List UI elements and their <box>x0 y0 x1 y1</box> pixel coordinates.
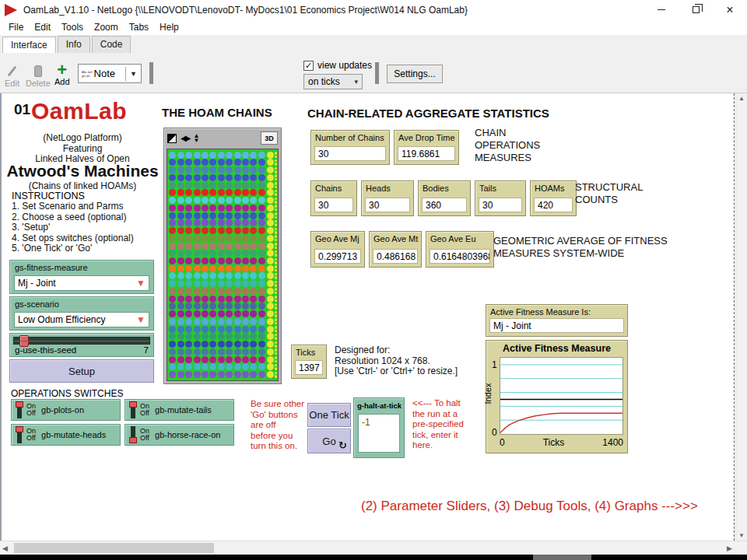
switch-gb-horse-race-on[interactable]: OnOffgb-horse-race-on <box>124 424 234 446</box>
hoam-dot <box>177 257 184 264</box>
monitor-tails: Tails30 <box>475 180 526 216</box>
hoam-dot <box>226 219 233 226</box>
chooser-value-box[interactable]: Mj - Joint ▼ <box>14 275 149 291</box>
close-button[interactable]: × <box>713 0 747 19</box>
hoam-dot <box>234 205 241 212</box>
switch-toggle-icon[interactable] <box>16 426 23 443</box>
world-canvas[interactable] <box>167 149 279 381</box>
scroll-up-icon[interactable]: ▲ <box>736 95 747 102</box>
restore-button[interactable] <box>679 0 713 19</box>
horizontal-arrows-icon[interactable]: ◀▶ <box>181 134 189 142</box>
minimize-button[interactable] <box>644 0 679 19</box>
settings-button[interactable]: Settings... <box>387 65 443 83</box>
chooser-gs-fitness-measure[interactable]: gs-fitness-measure Mj - Joint ▼ <box>9 260 154 294</box>
hoam-dot <box>202 189 209 196</box>
delete-button[interactable]: Delete <box>26 63 51 88</box>
scroll-down-icon[interactable]: ▼ <box>736 532 747 539</box>
hoam-dot <box>209 227 216 234</box>
scroll-right-icon[interactable]: ▶ <box>727 544 732 552</box>
world-heading: THE HOAM CHAINS <box>162 106 272 119</box>
hoam-dot <box>209 197 216 204</box>
hoam-dot <box>194 371 201 378</box>
switch-name: gb-mutate-tails <box>155 405 212 415</box>
hoam-dot <box>169 272 176 279</box>
hoam-dot <box>218 166 225 173</box>
view-3d-button[interactable]: 3D <box>261 131 278 145</box>
hoam-dot <box>258 341 265 348</box>
horizontal-scroll-thumb[interactable] <box>14 543 214 553</box>
hoam-dot <box>209 296 216 303</box>
edit-button[interactable]: Edit <box>5 63 19 88</box>
hoam-dot <box>242 265 249 272</box>
hoam-dot <box>209 356 216 363</box>
chain-terminal-dot <box>267 182 274 189</box>
hoam-dot <box>185 356 192 363</box>
monitor-label: Ticks <box>292 345 326 357</box>
horizontal-scrollbar[interactable]: ◀ ▶ <box>0 541 747 555</box>
hoam-dot <box>177 265 184 272</box>
scroll-left-icon[interactable]: ◀ <box>2 544 8 552</box>
switch-toggle-icon[interactable] <box>129 401 137 418</box>
update-mode-select[interactable]: on ticks ▾ <box>303 74 363 89</box>
chain-row <box>168 257 277 264</box>
menu-item-zoom[interactable]: Zoom <box>89 20 124 34</box>
tab-info[interactable]: Info <box>58 36 90 53</box>
switch-gb-mutate-heads[interactable]: OnOffgb-mutate-heads <box>11 424 121 446</box>
go-button[interactable]: Go ↻ <box>307 429 351 453</box>
tab-interface[interactable]: Interface <box>2 37 56 54</box>
chooser-gs-scenario[interactable]: gs-scenario Low Odum Efficiency ▼ <box>9 296 154 331</box>
menu-item-file[interactable]: File <box>3 20 29 34</box>
hoam-dot <box>209 303 216 310</box>
hoam-dot <box>218 197 225 204</box>
hoam-dot <box>209 182 216 189</box>
chain-row <box>168 326 277 333</box>
hoam-dot <box>242 235 249 242</box>
menu-item-tools[interactable]: Tools <box>56 20 89 34</box>
chain-head-glyph <box>275 341 278 348</box>
hoam-dot <box>209 243 216 250</box>
hoam-dot <box>250 189 257 196</box>
hoam-dot <box>234 296 241 303</box>
hoam-dot <box>169 363 176 370</box>
hoam-dot <box>234 257 241 264</box>
menu-item-help[interactable]: Help <box>154 20 184 34</box>
chain-head-glyph <box>275 348 278 355</box>
widget-type-combo[interactable]: Abc def ghi jkl Note ▼ <box>78 64 142 83</box>
view-updates-checkbox[interactable]: ✓ <box>303 61 314 71</box>
monitor-label: Active Fitness Measure Is: <box>486 305 627 317</box>
chain-row <box>168 219 277 226</box>
switch-gb-plots-on[interactable]: OnOffgb-plots-on <box>11 399 121 421</box>
halt-at-tick-field[interactable]: -1 <box>358 414 400 453</box>
hoam-dot <box>209 310 216 317</box>
chain-row <box>168 235 277 242</box>
hoam-dot <box>169 197 176 204</box>
hoam-dot <box>202 371 209 378</box>
hoam-dot <box>202 182 209 189</box>
hoam-dot <box>169 235 176 242</box>
slider-track[interactable] <box>13 337 150 345</box>
add-button[interactable]: + Add <box>54 62 70 86</box>
x-axis-label: Ticks <box>505 437 603 448</box>
fitness-plot-widget: Active Fitness Measure 1 0 Index 0 Ticks… <box>486 340 628 453</box>
menu-item-edit[interactable]: Edit <box>29 20 56 34</box>
vertical-scrollbar[interactable]: ▲ ▼ <box>735 93 747 541</box>
hoam-dot <box>226 250 233 257</box>
vertical-arrows-icon[interactable]: ▲▼ <box>193 134 199 143</box>
switch-toggle-icon[interactable] <box>16 401 23 418</box>
hoam-dot <box>185 296 192 303</box>
slider-g-use-this-seed[interactable]: g-use-this-seed 7 <box>9 333 154 357</box>
chain-terminal-dot <box>267 235 274 242</box>
one-tick-button[interactable]: One Tick <box>307 403 351 427</box>
switch-toggle-icon[interactable] <box>129 426 137 443</box>
chooser-value-box[interactable]: Low Odum Efficiency ▼ <box>14 312 149 327</box>
resize-view-icon[interactable] <box>167 134 177 143</box>
monitor-label: Ave Drop Time <box>395 131 458 142</box>
tab-code[interactable]: Code <box>92 36 132 53</box>
switch-gb-mutate-tails[interactable]: OnOffgb-mutate-tails <box>124 399 234 421</box>
add-label: Add <box>54 77 70 86</box>
hoam-dot <box>194 166 201 173</box>
model-number: 01 <box>14 101 30 118</box>
chain-row <box>168 250 277 257</box>
setup-button[interactable]: Setup <box>9 359 154 383</box>
menu-item-tabs[interactable]: Tabs <box>124 20 154 34</box>
